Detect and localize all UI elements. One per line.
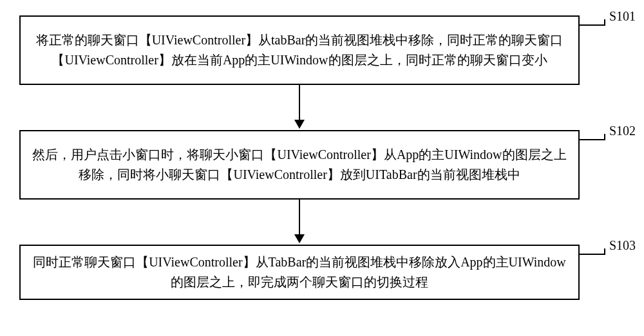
flowchart-canvas: 将正常的聊天窗口【UIViewController】从tabBar的当前视图堆栈…: [0, 0, 644, 336]
label-tick-1: [604, 19, 605, 26]
label-tick-3: [604, 248, 605, 255]
step-box-1: 将正常的聊天窗口【UIViewController】从tabBar的当前视图堆栈…: [19, 15, 580, 85]
label-connector-3: [580, 254, 605, 255]
step-text-2: 然后，用户点击小窗口时，将聊天小窗口【UIViewController】从App…: [30, 145, 569, 185]
label-tick-2: [604, 134, 605, 140]
step-text-3: 同时正常聊天窗口【UIViewController】从TabBar的当前视图堆栈…: [30, 252, 569, 292]
step-id-3: S103: [609, 238, 636, 253]
step-text-1: 将正常的聊天窗口【UIViewController】从tabBar的当前视图堆栈…: [30, 30, 569, 70]
label-connector-1: [580, 24, 605, 26]
step-box-3: 同时正常聊天窗口【UIViewController】从TabBar的当前视图堆栈…: [19, 245, 580, 300]
step-id-2: S102: [609, 124, 636, 138]
arrow-2-line: [299, 200, 300, 234]
step-id-1: S101: [609, 9, 636, 24]
label-connector-2: [580, 139, 605, 140]
arrow-1-line: [299, 85, 300, 120]
step-box-2: 然后，用户点击小窗口时，将聊天小窗口【UIViewController】从App…: [19, 130, 580, 200]
arrow-1-head: [294, 120, 305, 129]
arrow-2-head: [294, 234, 305, 243]
